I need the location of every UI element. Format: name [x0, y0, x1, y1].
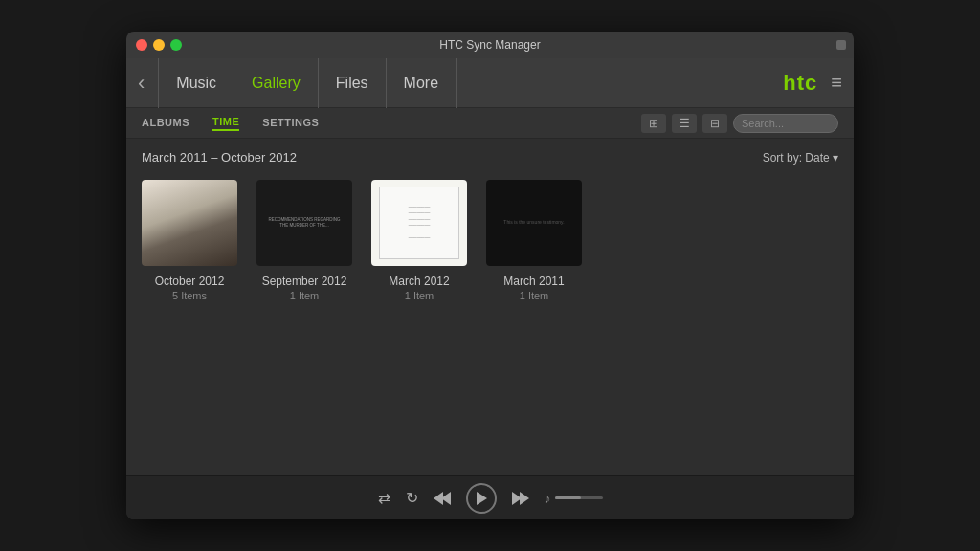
subnav-settings[interactable]: SETTINGS [262, 117, 319, 130]
maximize-button[interactable] [170, 39, 182, 51]
minimize-button[interactable] [153, 39, 165, 51]
content-area: March 2011 – October 2012 Sort by: Date … [126, 139, 854, 475]
grid-view-button[interactable]: ⊟ [702, 114, 727, 133]
date-range-label: March 2011 – October 2012 [142, 150, 297, 165]
svg-marker-3 [520, 492, 529, 505]
volume-fill [555, 496, 582, 499]
list-item[interactable]: ────────────────────────────────────────… [371, 180, 467, 301]
play-triangle-icon [477, 492, 487, 505]
subnav-time[interactable]: TIME [212, 116, 239, 131]
album-name: March 2011 [503, 274, 564, 290]
album-name: September 2012 [262, 274, 347, 290]
resize-button[interactable] [836, 40, 846, 50]
album-count: 5 Items [172, 290, 207, 301]
album-thumbnail: RECOMMENDATIONS REGARDINGTHE MURDER OF T… [256, 180, 352, 266]
play-button[interactable] [466, 483, 497, 514]
subnav: ALBUMS TIME SETTINGS ⊞ ☰ ⊟ [126, 108, 854, 139]
htc-logo: htc [783, 71, 817, 96]
album-count: 1 Item [520, 290, 549, 301]
close-button[interactable] [136, 39, 147, 51]
album-count: 1 Item [290, 290, 320, 301]
tab-files[interactable]: Files [319, 58, 387, 108]
view-icon-button[interactable]: ⊞ [641, 114, 666, 133]
list-item[interactable]: RECOMMENDATIONS REGARDINGTHE MURDER OF T… [256, 180, 352, 301]
album-thumbnail: ────────────────────────────────────────… [371, 180, 467, 266]
sort-button[interactable]: Sort by: Date ▾ [763, 151, 838, 165]
search-input[interactable] [733, 114, 838, 133]
album-count: 1 Item [405, 290, 434, 301]
tab-gallery[interactable]: Gallery [234, 58, 319, 108]
menu-icon[interactable]: ≡ [831, 72, 842, 94]
tab-more[interactable]: More [387, 58, 457, 108]
list-item[interactable]: This is the unsure testimony. March 2011… [486, 180, 582, 301]
brand-area: htc ≡ [783, 71, 842, 96]
shuffle-button[interactable]: ⇄ [378, 489, 390, 507]
app-window: HTC Sync Manager ‹ Music Gallery Files M… [126, 32, 854, 519]
svg-marker-1 [434, 492, 443, 505]
album-thumbnail [142, 180, 237, 266]
subnav-right: ⊞ ☰ ⊟ [641, 114, 838, 133]
window-title: HTC Sync Manager [439, 38, 540, 52]
player-bar: ⇄ ↻ ♪ [126, 475, 854, 519]
titlebar: HTC Sync Manager [126, 32, 854, 58]
volume-icon: ♪ [545, 491, 551, 506]
list-item[interactable]: October 2012 5 Items [142, 180, 237, 301]
album-name: March 2012 [389, 274, 449, 290]
back-button[interactable]: ‹ [138, 73, 145, 94]
list-view-button[interactable]: ☰ [672, 114, 697, 133]
volume-control[interactable]: ♪ [545, 491, 603, 506]
volume-track[interactable] [555, 496, 603, 499]
gallery-grid: October 2012 5 Items RECOMMENDATIONS REG… [142, 180, 838, 301]
album-name: October 2012 [155, 274, 225, 290]
traffic-lights [136, 39, 182, 51]
forward-button[interactable] [512, 492, 529, 505]
nav-tabs: Music Gallery Files More [158, 58, 783, 108]
subnav-albums[interactable]: ALBUMS [142, 117, 189, 130]
date-range-header: March 2011 – October 2012 Sort by: Date … [142, 150, 838, 165]
tab-music[interactable]: Music [158, 58, 234, 108]
navbar: ‹ Music Gallery Files More htc ≡ [126, 58, 854, 108]
repeat-button[interactable]: ↻ [406, 489, 418, 507]
rewind-button[interactable] [434, 492, 451, 505]
album-thumbnail: This is the unsure testimony. [486, 180, 582, 266]
